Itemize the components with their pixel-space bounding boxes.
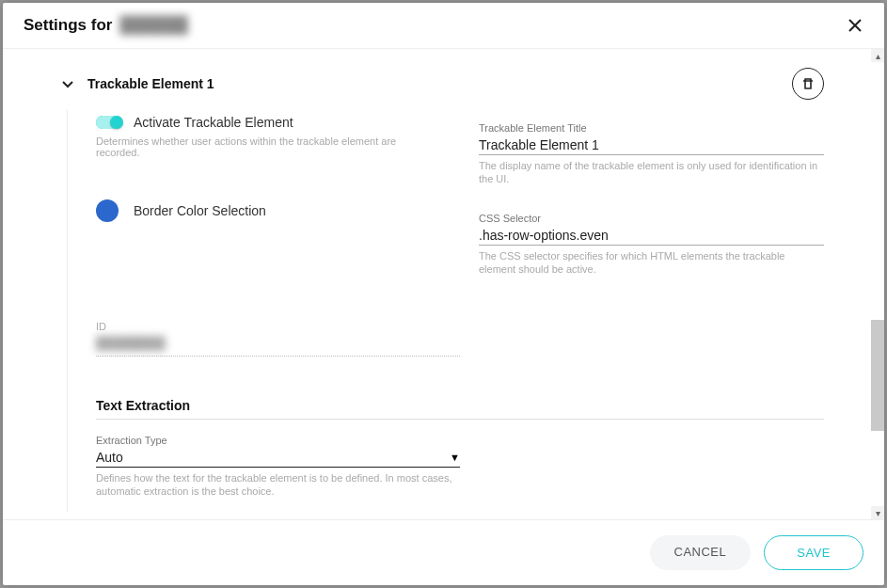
activate-toggle-help: Determines whether user actions within t… <box>96 135 441 158</box>
chevron-down-icon[interactable] <box>61 77 74 90</box>
content-scroll[interactable]: Trackable Element 1 <box>3 49 871 519</box>
settings-dialog: Settings for ██████ Trackable Element 1 <box>3 3 884 585</box>
caret-down-icon: ▼ <box>450 452 460 463</box>
activate-toggle[interactable] <box>96 116 122 129</box>
trackable-element-body: Activate Trackable Element Determines wh… <box>67 109 824 512</box>
title-prefix: Settings for <box>24 16 112 35</box>
save-button[interactable]: SAVE <box>764 535 863 570</box>
cancel-button[interactable]: CANCEL <box>650 535 752 570</box>
border-color-swatch[interactable] <box>96 199 119 222</box>
extraction-type-help: Defines how the text for the trackable e… <box>96 471 460 499</box>
extraction-type-value: Auto <box>96 450 123 465</box>
scroll-thumb[interactable] <box>871 320 884 431</box>
title-field-input[interactable]: Trackable Element 1 <box>479 135 824 155</box>
css-selector-label: CSS Selector <box>479 213 824 224</box>
text-extraction-heading: Text Extraction <box>96 398 824 420</box>
title-obscured: ██████ <box>119 16 187 35</box>
scroll-down-arrow[interactable]: ▾ <box>871 506 884 519</box>
css-selector-help: The CSS selector specifies for which HTM… <box>479 249 824 277</box>
vertical-scrollbar[interactable]: ▴ ▾ <box>871 49 884 519</box>
css-selector-input[interactable]: .has-row-options.even <box>479 226 824 246</box>
border-color-label: Border Color Selection <box>134 203 266 218</box>
activate-toggle-label: Activate Trackable Element <box>134 115 293 130</box>
dialog-footer: CANCEL SAVE <box>3 519 884 585</box>
trackable-element-heading: Trackable Element 1 <box>87 76 779 91</box>
title-field-label: Trackable Element Title <box>479 122 824 134</box>
id-label: ID <box>96 321 460 332</box>
extraction-type-select[interactable]: Auto ▼ <box>96 448 460 468</box>
id-value: ████████ <box>96 336 460 350</box>
title-field-help: The display name of the trackable elemen… <box>479 159 824 186</box>
close-icon[interactable] <box>847 17 863 34</box>
trackable-element-header[interactable]: Trackable Element 1 <box>61 49 824 109</box>
delete-element-button[interactable] <box>792 68 824 100</box>
dialog-title: Settings for ██████ <box>24 16 188 35</box>
scroll-up-arrow[interactable]: ▴ <box>871 49 884 62</box>
dialog-content: Trackable Element 1 <box>3 49 884 519</box>
dialog-header: Settings for ██████ <box>3 3 884 49</box>
extraction-type-label: Extraction Type <box>96 435 460 446</box>
